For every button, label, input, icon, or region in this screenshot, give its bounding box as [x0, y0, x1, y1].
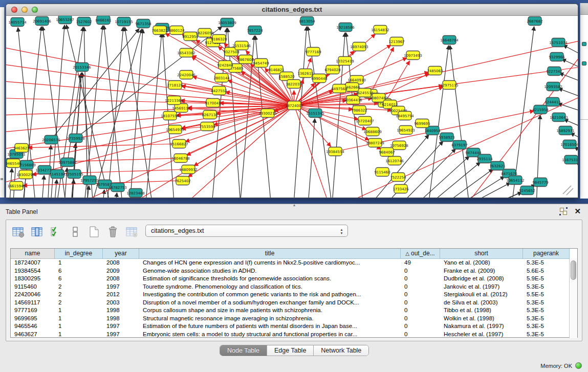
graph-node[interactable]: 12823468 — [126, 189, 145, 198]
row-height-icon[interactable] — [68, 225, 82, 238]
table-row[interactable]: 977716911998Corpus callosum shape and si… — [11, 307, 570, 315]
graph-node[interactable]: 7857224 — [247, 26, 263, 35]
graph-node[interactable]: 21531546 — [232, 41, 251, 50]
graph-node[interactable]: 9115460 — [374, 168, 390, 177]
column-header-title[interactable]: title — [139, 249, 401, 259]
graph-node[interactable]: 8267130 — [202, 111, 217, 119]
graph-node[interactable]: 6794028 — [324, 65, 340, 74]
graph-node[interactable]: 16615948 — [7, 182, 26, 190]
graph-node[interactable]: 16648784 — [440, 36, 459, 45]
table-row[interactable]: 2242004622012Investigating the contribut… — [11, 291, 570, 299]
graph-node[interactable]: 9777169 — [305, 48, 321, 56]
table-scrollbar[interactable] — [569, 259, 577, 338]
column-header-year[interactable]: year — [103, 249, 139, 259]
resize-grip[interactable] — [563, 186, 573, 195]
column-header-pagerank[interactable]: pagerank — [523, 249, 570, 259]
graph-node[interactable]: 12213363 — [165, 96, 183, 105]
graph-node[interactable]: 15892971 — [556, 126, 575, 135]
graph-node[interactable]: 12975115 — [440, 81, 459, 90]
table-row[interactable]: 946554611997Estimation of the future num… — [11, 322, 570, 331]
graph-node[interactable]: 9242844 — [217, 61, 233, 70]
graph-node[interactable]: 8427552 — [211, 86, 227, 95]
table-selector-combo[interactable]: citations_edges.txt ▲ ▼ — [145, 225, 348, 237]
graph-node[interactable]: 8466161 — [95, 16, 111, 25]
graph-node[interactable]: 14055714 — [8, 18, 27, 27]
graph-node[interactable]: 18300295 — [16, 170, 35, 179]
tab-edge-table[interactable]: Edge Table — [267, 345, 314, 356]
graph-node[interactable]: 7986322 — [351, 106, 367, 115]
graph-node[interactable]: 9245652 — [519, 186, 535, 195]
graph-node[interactable]: 9463627 — [13, 144, 29, 152]
graph-node[interactable]: 6497568 — [331, 84, 347, 93]
table-row[interactable]: 969969511998Structural magnetic resonanc… — [11, 315, 570, 323]
graph-node[interactable]: 8186328 — [211, 35, 227, 43]
graph-node[interactable]: 1527602 — [76, 17, 92, 26]
graph-node[interactable]: 1733426 — [393, 185, 409, 193]
graph-node[interactable]: 18107554 — [161, 112, 179, 120]
graph-node[interactable]: 15151345 — [306, 109, 324, 118]
graph-node[interactable]: 9329966 — [549, 53, 565, 61]
splitter-handle[interactable]: ▲ — [292, 204, 297, 206]
memory-status[interactable]: Memory: OK — [540, 362, 582, 369]
network-canvas[interactable]: 1405571420691406106532871527602846616110… — [6, 16, 578, 198]
graph-node[interactable]: 16154832 — [371, 26, 389, 34]
select-all-icon[interactable] — [49, 225, 63, 238]
graph-node[interactable]: 15720407 — [356, 117, 374, 125]
column-header-out_de[interactable]: △out_de... — [401, 249, 440, 259]
graph-node[interactable]: 2687682 — [527, 17, 542, 26]
graph-node[interactable]: 9465546 — [6, 159, 21, 168]
graph-node[interactable]: 8860124 — [168, 26, 185, 35]
graph-node[interactable]: 15166827 — [170, 140, 188, 148]
graph-node[interactable]: 29300215 — [258, 109, 277, 118]
graph-node[interactable]: 6379197 — [451, 141, 467, 149]
delete-table-icon-disabled[interactable] — [125, 225, 139, 238]
network-graph[interactable]: 1405571420691406106532871527602846616110… — [6, 16, 578, 198]
graph-node[interactable]: 13325419 — [336, 57, 354, 65]
graph-node[interactable]: 9227342 — [546, 67, 562, 76]
table-mode-icon[interactable] — [11, 225, 26, 238]
graph-node[interactable]: 17359928 — [67, 134, 85, 143]
column-header-short[interactable]: short — [440, 249, 523, 259]
graph-node[interactable]: 10719155 — [115, 17, 133, 26]
delete-column-icon[interactable] — [106, 225, 120, 238]
graph-node[interactable]: 1244413 — [545, 98, 560, 106]
show-columns-icon[interactable] — [30, 225, 45, 238]
graph-node[interactable]: 1213967 — [388, 37, 404, 46]
graph-node[interactable]: 9684067 — [379, 148, 395, 157]
graph-node[interactable]: 18226058 — [195, 29, 214, 37]
graph-node[interactable]: 18495794 — [396, 112, 414, 120]
scrollbar-thumb[interactable] — [571, 260, 576, 280]
graph-node[interactable]: 7485063 — [427, 67, 443, 75]
graph-node[interactable]: 16053809 — [218, 18, 236, 27]
graph-node[interactable]: 16210643 — [550, 113, 568, 122]
graph-node[interactable]: 7663822 — [151, 26, 167, 35]
graph-node[interactable]: 8215958 — [532, 105, 548, 114]
graph-node[interactable]: 20153346 — [73, 63, 91, 72]
graph-node[interactable]: 8454749 — [253, 59, 269, 68]
graph-node[interactable]: 22420046 — [177, 71, 195, 79]
graph-node[interactable]: 16543382 — [177, 49, 195, 57]
graph-node[interactable]: 19384554 — [326, 147, 344, 156]
graph-node[interactable]: 7632621 — [489, 162, 505, 170]
graph-node[interactable]: 30975887 — [58, 158, 77, 167]
graph-node[interactable]: 7625402 — [175, 177, 190, 185]
graph-node[interactable]: 16782753 — [108, 183, 127, 192]
graph-node[interactable]: 19654975 — [166, 125, 184, 134]
graph-node[interactable]: 20691406 — [33, 17, 51, 26]
graph-node[interactable]: 1145194 — [49, 170, 66, 179]
graph-node[interactable]: 8813054 — [299, 17, 315, 26]
graph-node[interactable]: 12505195 — [65, 170, 83, 179]
graph-node[interactable]: 9671358 — [135, 19, 151, 28]
graph-node[interactable]: 18807249 — [366, 139, 384, 147]
graph-node[interactable]: 16120746 — [385, 157, 404, 165]
column-header-in_degree[interactable]: in_degree — [55, 249, 103, 259]
graph-node[interactable]: 14809932 — [179, 165, 198, 174]
table-row[interactable]: 1456911722003Disruption of a novel membe… — [11, 299, 570, 307]
graph-node[interactable]: 11675312 — [562, 156, 578, 164]
graph-node[interactable]: 19218586 — [336, 23, 355, 32]
graph-node[interactable]: 17016504 — [560, 140, 578, 149]
table-row[interactable]: 1938455462009Genome-wide association stu… — [11, 267, 570, 275]
tab-node-table[interactable]: Node Table — [220, 345, 267, 356]
window-titlebar[interactable]: citations_edges.txt — [6, 4, 578, 16]
graph-node[interactable]: 18724007 — [285, 101, 303, 110]
